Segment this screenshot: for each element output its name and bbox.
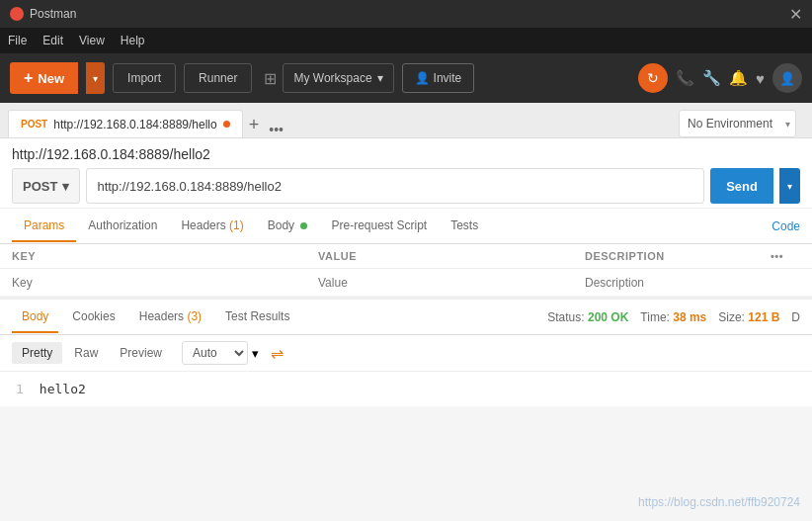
menu-file[interactable]: File — [8, 34, 27, 47]
format-raw[interactable]: Raw — [64, 342, 108, 364]
wrench-icon[interactable]: 🔧 — [702, 69, 721, 87]
format-select-wrapper: Auto JSON XML HTML Text ▾ ⇌ — [182, 341, 284, 365]
new-button[interactable]: + New — [10, 62, 78, 94]
format-select-arrow: ▾ — [252, 346, 259, 361]
sync-button[interactable]: ↻ — [638, 63, 668, 93]
desc-column-header: DESCRIPTION — [585, 250, 771, 262]
add-tab-button[interactable]: + — [243, 115, 266, 135]
resp-tab-body[interactable]: Body — [12, 302, 58, 333]
watermark: https://blog.csdn.net/ffb920724 — [638, 495, 800, 509]
size-label: Size: 121 B — [718, 310, 779, 324]
tab-authorization[interactable]: Authorization — [76, 211, 169, 242]
menu-view[interactable]: View — [79, 34, 105, 47]
menu-help[interactable]: Help — [121, 34, 145, 47]
close-icon[interactable]: ✕ — [789, 5, 802, 24]
key-input[interactable] — [12, 276, 160, 290]
request-tabs: Params Authorization Headers (1) Body Pr… — [0, 209, 812, 244]
tab-pre-request[interactable]: Pre-request Script — [319, 211, 439, 242]
environment-selector[interactable]: No Environment ▾ — [679, 110, 796, 137]
body-indicator-dot — [300, 222, 307, 229]
word-wrap-button[interactable]: ⇌ — [271, 344, 284, 363]
tab-bar: POST http://192.168.0.184:8889/hello + •… — [0, 103, 812, 138]
tab-body[interactable]: Body — [256, 211, 320, 242]
resp-tab-test-results[interactable]: Test Results — [215, 302, 299, 333]
method-label: POST — [23, 179, 57, 194]
toolbar: + New ▾ Import Runner ⊞ My Workspace ▾ 👤… — [0, 53, 812, 103]
method-dropdown[interactable]: POST ▾ — [12, 168, 80, 204]
tab-headers[interactable]: Headers (1) — [169, 211, 255, 242]
send-dropdown-button[interactable]: ▾ — [779, 168, 800, 204]
url-bar: POST ▾ Send ▾ — [12, 168, 800, 204]
response-body-content: hello2 — [40, 382, 86, 396]
tab-params[interactable]: Params — [12, 211, 76, 242]
import-button[interactable]: Import — [113, 63, 176, 93]
response-tabs-bar: Body Cookies Headers (3) Test Results St… — [0, 300, 812, 335]
unsaved-dot — [223, 121, 230, 128]
title-bar: Postman ✕ — [0, 0, 812, 28]
environment-select[interactable]: No Environment — [679, 110, 796, 137]
person-icon: 👤 — [415, 71, 430, 85]
menu-edit[interactable]: Edit — [42, 34, 63, 47]
bell-icon[interactable]: 🔔 — [729, 69, 748, 87]
menu-bar: File Edit View Help — [0, 28, 812, 53]
response-status-info: Status: 200 OK Time: 38 ms Size: 121 B D — [547, 310, 800, 324]
tab-url: http://192.168.0.184:8889/hello — [53, 118, 216, 131]
format-pretty[interactable]: Pretty — [12, 342, 62, 364]
description-input[interactable] — [585, 276, 733, 290]
grid-icon: ⊞ — [264, 69, 277, 88]
headers-count: (1) — [229, 218, 244, 232]
code-link[interactable]: Code — [771, 219, 800, 233]
resp-tab-cookies[interactable]: Cookies — [62, 302, 124, 333]
line-number: 1 — [16, 382, 24, 396]
resp-tab-headers[interactable]: Headers (3) — [129, 302, 211, 333]
user-avatar[interactable]: 👤 — [772, 63, 802, 93]
resp-headers-count: (3) — [187, 309, 202, 323]
more-tabs-button[interactable]: ••• — [265, 122, 287, 137]
workspace-button[interactable]: My Workspace ▾ — [283, 63, 393, 93]
request-tab[interactable]: POST http://192.168.0.184:8889/hello — [8, 110, 243, 137]
url-input[interactable] — [86, 168, 704, 204]
table-row — [0, 269, 812, 297]
tab-tests[interactable]: Tests — [439, 211, 490, 242]
response-area: Body Cookies Headers (3) Test Results St… — [0, 297, 812, 406]
tab-method: POST — [21, 119, 47, 130]
format-preview[interactable]: Preview — [110, 342, 172, 364]
time-label: Time: 38 ms — [640, 310, 706, 324]
phone-icon[interactable]: 📞 — [676, 69, 694, 87]
value-column-header: VALUE — [318, 250, 585, 262]
key-column-header: KEY — [12, 250, 318, 262]
send-button[interactable]: Send — [710, 168, 773, 204]
more-options[interactable]: ••• — [771, 250, 800, 262]
response-code-output: 1 hello2 — [0, 372, 812, 406]
status-label: Status: 200 OK — [547, 310, 628, 324]
url-area: http://192.168.0.184:8889/hello2 POST ▾ … — [0, 138, 812, 209]
params-table-header: KEY VALUE DESCRIPTION ••• — [0, 244, 812, 269]
url-display: http://192.168.0.184:8889/hello2 — [12, 146, 800, 162]
new-dropdown-button[interactable]: ▾ — [86, 62, 105, 94]
invite-button[interactable]: 👤 Invite — [402, 63, 475, 93]
method-arrow: ▾ — [62, 179, 69, 194]
value-input[interactable] — [318, 276, 466, 290]
runner-button[interactable]: Runner — [184, 63, 252, 93]
app-icon — [10, 7, 24, 21]
format-select[interactable]: Auto JSON XML HTML Text — [182, 341, 248, 365]
heart-icon[interactable]: ♥ — [756, 70, 765, 87]
params-table: KEY VALUE DESCRIPTION ••• — [0, 244, 812, 297]
download-label[interactable]: D — [791, 310, 800, 324]
response-format-bar: Pretty Raw Preview Auto JSON XML HTML Te… — [0, 335, 812, 372]
app-title: Postman — [30, 7, 76, 21]
